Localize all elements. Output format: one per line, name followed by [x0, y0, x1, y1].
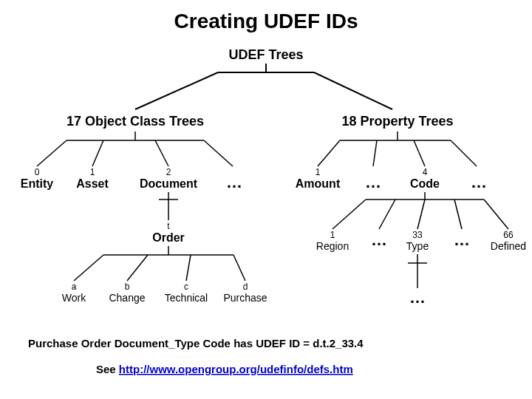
asset-label: Asset: [76, 177, 109, 190]
order-label: Order: [152, 231, 185, 244]
diagram-canvas: Creating UDEF IDs UDEF Trees 17 Object C…: [0, 0, 532, 399]
code-leg-4: [484, 200, 508, 229]
left-leg-0: [37, 140, 66, 166]
right-branch-label: 18 Property Trees: [341, 114, 453, 129]
amount-label: Amount: [296, 177, 341, 190]
code-label: Code: [410, 177, 440, 190]
work-num: a: [72, 282, 77, 292]
code-leg-1: [379, 200, 395, 229]
left-leg-3: [204, 140, 233, 166]
code-leg-2: [417, 200, 425, 229]
left-leg-1: [92, 140, 103, 166]
document-label: Document: [140, 177, 198, 190]
order-leg-c: [186, 255, 191, 281]
document-num: 2: [166, 167, 171, 177]
code-num: 4: [423, 167, 428, 177]
work-label: Work: [62, 292, 86, 304]
root-to-left: [135, 72, 218, 109]
purchase-num: d: [243, 282, 248, 292]
see-line: See http://www.opengroup.org/udefinfo/de…: [96, 363, 353, 375]
right-leg-2: [414, 140, 425, 166]
entity-label: Entity: [21, 177, 54, 190]
properties-ellipsis-2: …: [471, 173, 487, 191]
left-branch-label: 17 Object Class Trees: [66, 114, 204, 129]
code-leg-0: [332, 200, 366, 229]
left-leg-2: [155, 140, 168, 166]
type-num: 33: [412, 230, 423, 240]
type-label: Type: [406, 240, 429, 252]
root-to-right: [314, 72, 392, 109]
code-ellipsis-2: …: [454, 231, 470, 249]
objects-ellipsis: …: [226, 173, 242, 191]
region-label: Region: [316, 240, 349, 252]
technical-label: Technical: [165, 292, 208, 304]
entity-num: 0: [35, 167, 40, 177]
see-prefix: See: [96, 363, 119, 375]
right-leg-3: [451, 140, 477, 166]
amount-num: 1: [316, 167, 321, 177]
region-num: 1: [330, 230, 335, 240]
change-num: b: [125, 282, 130, 292]
defined-num: 66: [503, 230, 514, 240]
code-ellipsis-1: …: [371, 231, 387, 249]
page-title: Creating UDEF IDs: [174, 10, 358, 33]
order-leg-b: [127, 255, 148, 281]
root-label: UDEF Trees: [228, 47, 303, 62]
technical-num: c: [184, 282, 188, 292]
change-label: Change: [109, 292, 145, 304]
order-leg-a: [74, 255, 103, 281]
defined-label: Defined: [491, 240, 526, 252]
order-leg-d: [233, 255, 245, 281]
see-url-link[interactable]: http://www.opengroup.org/udefinfo/defs.h…: [119, 363, 353, 375]
footer-sentence: Purchase Order Document_Type Code has UD…: [28, 337, 364, 349]
type-ellipsis: …: [409, 288, 426, 307]
right-leg-1: [373, 140, 377, 166]
asset-num: 1: [90, 167, 95, 177]
purchase-label: Purchase: [223, 292, 267, 304]
right-leg-0: [318, 140, 340, 166]
order-num: t: [167, 221, 170, 231]
code-leg-3: [454, 200, 462, 229]
properties-ellipsis-1: …: [365, 173, 381, 191]
